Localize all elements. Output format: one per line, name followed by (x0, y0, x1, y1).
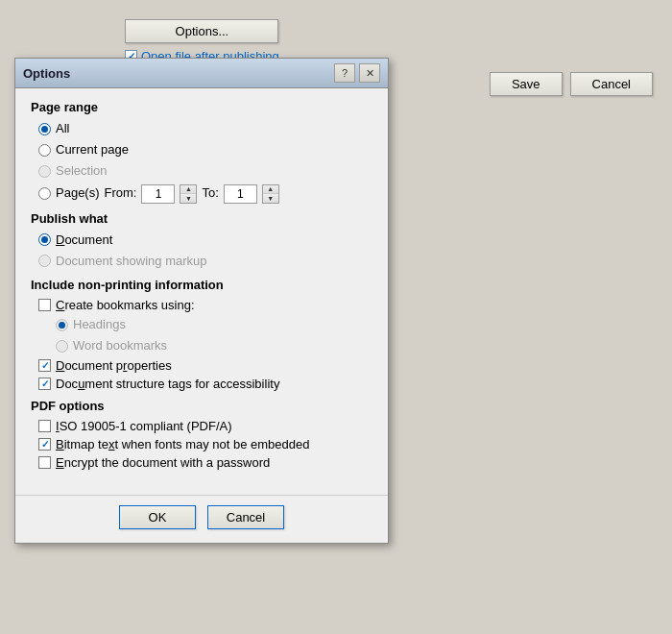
pdf-options-label: PDF options (31, 399, 372, 413)
to-input[interactable] (224, 184, 257, 204)
options-dialog: Options ? ✕ Page range All Current page … (14, 58, 389, 544)
word-bookmarks-label: Word bookmarks (73, 337, 167, 354)
pages-radio-row: Page(s) From: ▲ ▼ To: ▲ ▼ (38, 184, 372, 204)
document-markup-radio[interactable] (38, 255, 51, 267)
iso-label: ISO 19005-1 compliant (PDF/A) (56, 419, 232, 433)
current-page-radio[interactable] (38, 144, 51, 157)
dialog-title-buttons: ? ✕ (334, 63, 380, 83)
all-radio-row: All (38, 120, 372, 137)
to-spinner-arrows: ▲ ▼ (262, 184, 279, 204)
doc-properties-checkbox[interactable] (38, 359, 51, 372)
close-dialog-button[interactable]: ✕ (359, 63, 380, 83)
create-bookmarks-row: Create bookmarks using: (38, 298, 372, 312)
word-bookmarks-radio-row: Word bookmarks (56, 337, 372, 354)
from-up-arrow[interactable]: ▲ (180, 185, 196, 194)
headings-radio-row: Headings (56, 316, 372, 333)
word-bookmarks-radio[interactable] (56, 340, 68, 353)
selection-radio[interactable] (38, 165, 51, 178)
current-page-label: Current page (56, 141, 129, 158)
publish-what-label: Publish what (31, 211, 372, 226)
doc-structure-label: Document structure tags for accessibilit… (56, 377, 279, 391)
dialog-footer: OK Cancel (15, 495, 388, 543)
save-button[interactable]: Save (490, 72, 563, 96)
document-radio[interactable] (38, 233, 51, 246)
headings-label: Headings (73, 316, 126, 333)
selection-radio-row: Selection (38, 162, 372, 180)
encrypt-row: Encrypt the document with a password (38, 455, 372, 470)
dialog-content: Page range All Current page Selection Pa… (15, 88, 388, 491)
non-printing-label: Include non-printing information (31, 278, 372, 292)
dialog-titlebar: Options ? ✕ (15, 59, 388, 88)
iso-row: ISO 19005-1 compliant (PDF/A) (38, 419, 372, 433)
doc-structure-row: Document structure tags for accessibilit… (38, 377, 372, 391)
iso-checkbox[interactable] (38, 420, 51, 432)
bitmap-label: Bitmap text when fonts may not be embedd… (56, 437, 310, 451)
publish-what-group: Document Document showing markup (38, 232, 372, 270)
from-input[interactable] (141, 184, 175, 204)
from-label: From: (105, 184, 137, 202)
to-down-arrow[interactable]: ▼ (263, 194, 278, 203)
document-markup-label: Document showing markup (56, 253, 207, 270)
all-label: All (56, 120, 69, 137)
right-buttons-area: Save Cancel (490, 72, 653, 96)
headings-radio[interactable] (56, 319, 68, 331)
doc-properties-row: Document properties (38, 358, 372, 373)
encrypt-checkbox[interactable] (38, 456, 51, 469)
page-range-label: Page range (31, 100, 372, 114)
pages-radio[interactable] (38, 187, 51, 200)
non-printing-group: Create bookmarks using: Headings Word bo… (38, 298, 372, 391)
page-range-group: All Current page Selection Page(s) From:… (38, 120, 372, 204)
options-button[interactable]: Options... (125, 19, 278, 43)
bitmap-checkbox[interactable] (38, 438, 51, 451)
to-up-arrow[interactable]: ▲ (263, 185, 278, 194)
bitmap-row: Bitmap text when fonts may not be embedd… (38, 437, 372, 451)
dialog-cancel-button[interactable]: Cancel (207, 505, 284, 529)
encrypt-label: Encrypt the document with a password (56, 455, 270, 470)
pdf-options-group: ISO 19005-1 compliant (PDF/A) Bitmap tex… (38, 419, 372, 470)
from-spinner-arrows: ▲ ▼ (180, 184, 197, 204)
create-bookmarks-checkbox[interactable] (38, 299, 51, 311)
selection-label: Selection (56, 162, 107, 180)
to-label: To: (202, 184, 218, 202)
bookmarks-indent: Headings Word bookmarks (56, 316, 372, 354)
cancel-button-main[interactable]: Cancel (570, 72, 653, 96)
pages-label: Page(s) (56, 184, 100, 202)
ok-button[interactable]: OK (119, 505, 196, 529)
create-bookmarks-label: Create bookmarks using: (56, 298, 195, 312)
current-page-radio-row: Current page (38, 141, 372, 158)
help-button[interactable]: ? (334, 63, 355, 83)
from-down-arrow[interactable]: ▼ (180, 194, 196, 203)
doc-properties-label: Document properties (56, 358, 172, 373)
all-radio[interactable] (38, 123, 51, 135)
doc-structure-checkbox[interactable] (38, 378, 51, 390)
dialog-title: Options (23, 66, 70, 81)
document-radio-row: Document (38, 232, 372, 249)
document-markup-radio-row: Document showing markup (38, 253, 372, 270)
document-label: Document (56, 232, 112, 249)
